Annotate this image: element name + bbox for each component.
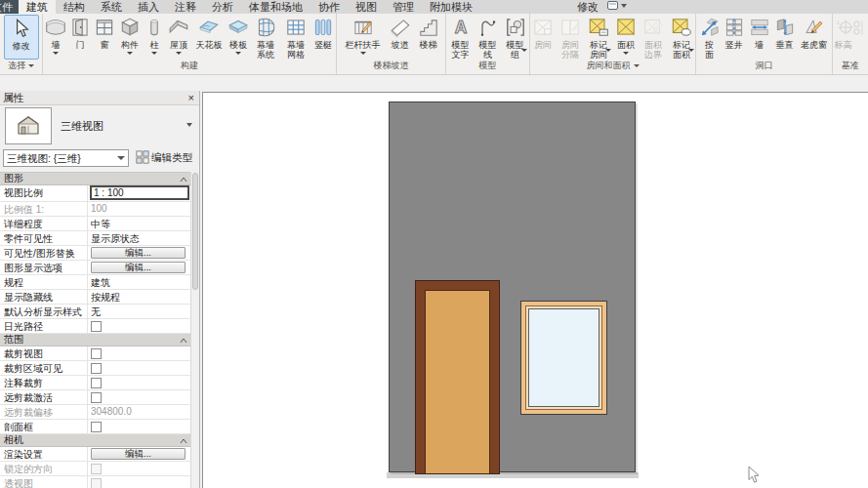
model-line-button[interactable]: 模型 线 xyxy=(475,15,501,60)
component-button[interactable]: 构件 xyxy=(117,15,143,60)
crop-region-visible-checkbox[interactable] xyxy=(91,363,102,374)
prop-value[interactable]: 中等 xyxy=(91,218,189,231)
prop-value-cell[interactable]: 建筑 xyxy=(88,275,191,289)
prop-value-cell[interactable] xyxy=(88,462,191,475)
prop-value-cell[interactable] xyxy=(88,390,191,404)
prop-value-cell[interactable]: 100 xyxy=(88,202,191,216)
annotation-crop-checkbox[interactable] xyxy=(91,378,102,388)
panel-label-select[interactable]: 选择 xyxy=(0,60,42,72)
prop-value-cell[interactable] xyxy=(88,476,191,488)
prop-value-cell[interactable]: 中等 xyxy=(88,217,191,230)
panel-label-opening[interactable]: 洞口 xyxy=(696,60,832,72)
tab-insert[interactable]: 插入 xyxy=(130,0,167,14)
prop-value-cell[interactable] xyxy=(88,376,191,389)
prop-value-cell[interactable]: 按规程 xyxy=(88,290,191,304)
tab-view[interactable]: 视图 xyxy=(348,0,385,14)
tab-file[interactable]: 文件 xyxy=(0,0,19,14)
crop-view-checkbox[interactable] xyxy=(91,348,102,359)
far-clip-active-checkbox[interactable] xyxy=(91,392,102,403)
prop-value-cell[interactable] xyxy=(88,420,191,433)
prop-value-cell[interactable]: 编辑... xyxy=(88,261,191,274)
column-button[interactable]: 柱 xyxy=(144,15,165,60)
scrollbar-thumb[interactable] xyxy=(192,173,198,290)
mullion-button[interactable]: 竖梃 xyxy=(311,15,335,60)
ceiling-button[interactable]: 天花板 xyxy=(192,15,226,60)
close-icon[interactable]: × xyxy=(188,92,194,103)
chevron-down-icon xyxy=(605,49,611,52)
prop-label: 远剪裁偏移 xyxy=(0,405,88,419)
section-box-checkbox[interactable] xyxy=(91,422,102,432)
shaft-button[interactable]: 竖井 xyxy=(722,15,747,60)
modify-button[interactable]: 修改 xyxy=(4,15,39,60)
type-selector[interactable]: 三维视图 xyxy=(0,105,199,146)
railing-button[interactable]: 栏杆扶手 xyxy=(341,15,386,55)
graphic-display-options-edit-button[interactable]: 编辑... xyxy=(91,262,186,273)
area-button[interactable]: 面积 xyxy=(613,15,639,60)
wall-icon xyxy=(44,16,67,39)
door-button[interactable]: 门 xyxy=(68,15,92,60)
panel-label-datum[interactable]: 基准 xyxy=(833,60,868,72)
wall-opening-button[interactable]: 墙 xyxy=(748,15,771,60)
window[interactable] xyxy=(520,301,607,415)
vg-overrides-edit-button[interactable]: 编辑... xyxy=(91,247,186,259)
door[interactable] xyxy=(415,280,500,474)
prop-value[interactable]: 1 : 100 xyxy=(90,185,189,200)
tab-modify[interactable]: 修改 xyxy=(571,0,604,14)
roof-button[interactable]: 屋顶 xyxy=(166,15,191,60)
prop-value-cell[interactable] xyxy=(88,319,191,333)
section-header-camera[interactable]: 相机 xyxy=(0,434,191,447)
tag-area-button[interactable]: 标记 面积 xyxy=(668,15,695,60)
chevron-down-icon[interactable] xyxy=(186,123,192,127)
section-header-graphics[interactable]: 图形 xyxy=(0,173,191,185)
floor-button[interactable]: 楼板 xyxy=(227,15,250,60)
ramp-button[interactable]: 坡道 xyxy=(387,15,414,55)
stair-button[interactable]: 楼梯 xyxy=(415,15,442,55)
prop-value[interactable]: 建筑 xyxy=(91,276,189,290)
tag-room-button[interactable]: 标记 房间 xyxy=(585,15,612,60)
curtain-system-button[interactable]: 幕墙 系统 xyxy=(251,15,280,60)
section-header-extents[interactable]: 范围 xyxy=(0,334,191,346)
properties-scrollbar[interactable] xyxy=(190,172,199,488)
tab-collaborate[interactable]: 协作 xyxy=(310,0,348,14)
tab-manage[interactable]: 管理 xyxy=(385,0,422,14)
tab-annotate[interactable]: 注释 xyxy=(167,0,204,14)
tab-systems[interactable]: 系统 xyxy=(93,0,130,14)
prop-value-cell[interactable] xyxy=(88,346,191,360)
prop-value-cell[interactable]: 无 xyxy=(88,305,191,318)
panel-label-model[interactable]: 模型 xyxy=(446,60,529,72)
button-label: 模型 线 xyxy=(479,40,497,60)
tab-analyze[interactable]: 分析 xyxy=(204,0,241,14)
panel-label-room-area[interactable]: 房间和面积 xyxy=(530,60,695,72)
prop-value[interactable]: 按规程 xyxy=(91,291,189,305)
tab-addins[interactable]: 附加模块 xyxy=(422,0,480,14)
prop-value-cell[interactable]: 编辑... xyxy=(88,447,191,461)
drawing-area[interactable] xyxy=(202,92,868,488)
model-text-button[interactable]: A模型 文字 xyxy=(447,15,474,60)
prop-value-cell[interactable]: 1 : 100 xyxy=(88,185,191,201)
tab-massing-site[interactable]: 体量和场地 xyxy=(241,0,310,14)
curtain-grid-button[interactable]: 幕墙 网格 xyxy=(281,15,310,60)
prop-value-cell[interactable]: 304800.0 xyxy=(88,405,191,419)
tab-architecture[interactable]: 建筑 xyxy=(19,0,56,14)
prop-value-cell[interactable] xyxy=(88,361,191,375)
opening-by-face-button[interactable]: 按 面 xyxy=(699,15,721,60)
chevron-down-icon xyxy=(521,49,527,52)
chevron-down-icon xyxy=(688,49,694,52)
ribbon-minimize-toggle[interactable] xyxy=(607,1,627,10)
prop-value-cell[interactable]: 显示原状态 xyxy=(88,231,191,245)
sun-path-checkbox[interactable] xyxy=(91,321,102,332)
panel-label-circulation[interactable]: 楼梯坡道 xyxy=(337,60,445,72)
dormer-button[interactable]: 老虎窗 xyxy=(799,15,830,60)
panel-label-build[interactable]: 构建 xyxy=(43,60,336,72)
prop-value-cell[interactable]: 编辑... xyxy=(88,246,191,260)
vertical-opening-button[interactable]: 垂直 xyxy=(772,15,798,60)
tab-structure[interactable]: 结构 xyxy=(56,0,93,14)
prop-value[interactable]: 无 xyxy=(91,305,189,319)
rendering-settings-edit-button[interactable]: 编辑... xyxy=(91,448,186,460)
model-group-button[interactable]: 模型 组 xyxy=(502,15,528,60)
prop-value[interactable]: 显示原状态 xyxy=(91,232,189,246)
edit-type-button[interactable]: 编辑类型 xyxy=(132,148,196,168)
wall-button[interactable]: 墙 xyxy=(44,15,67,60)
view-type-combo[interactable]: 三维视图: {三维} xyxy=(3,149,129,167)
window-button[interactable]: 窗 xyxy=(93,15,116,60)
